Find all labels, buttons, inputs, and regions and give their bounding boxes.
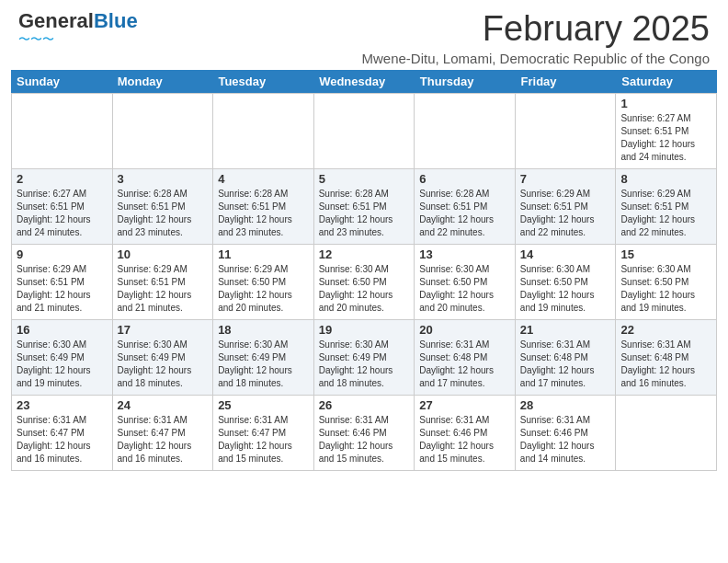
calendar-cell: 28Sunrise: 6:31 AM Sunset: 6:46 PM Dayli…	[516, 396, 617, 471]
calendar-day-header: Thursday	[415, 70, 516, 93]
logo-blue-text: Blue	[94, 9, 138, 32]
calendar-row: 23Sunrise: 6:31 AM Sunset: 6:47 PM Dayli…	[12, 396, 717, 471]
calendar-cell: 3Sunrise: 6:28 AM Sunset: 6:51 PM Daylig…	[113, 169, 214, 245]
day-info: Sunrise: 6:31 AM Sunset: 6:48 PM Dayligh…	[520, 339, 611, 390]
day-number: 8	[620, 172, 711, 186]
day-number: 13	[419, 247, 510, 261]
calendar-day-header: Saturday	[616, 70, 717, 93]
location: Mwene-Ditu, Lomami, Democratic Republic …	[362, 51, 711, 66]
calendar-cell: 18Sunrise: 6:30 AM Sunset: 6:49 PM Dayli…	[213, 320, 314, 396]
day-info: Sunrise: 6:28 AM Sunset: 6:51 PM Dayligh…	[118, 188, 209, 239]
day-info: Sunrise: 6:30 AM Sunset: 6:49 PM Dayligh…	[218, 339, 309, 390]
calendar-cell	[415, 94, 516, 169]
day-info: Sunrise: 6:29 AM Sunset: 6:51 PM Dayligh…	[620, 188, 711, 239]
day-info: Sunrise: 6:28 AM Sunset: 6:51 PM Dayligh…	[319, 188, 410, 239]
day-number: 12	[319, 247, 410, 261]
day-info: Sunrise: 6:30 AM Sunset: 6:50 PM Dayligh…	[620, 263, 711, 315]
day-info: Sunrise: 6:30 AM Sunset: 6:49 PM Dayligh…	[17, 339, 108, 390]
day-number: 5	[319, 172, 410, 186]
day-info: Sunrise: 6:29 AM Sunset: 6:51 PM Dayligh…	[520, 188, 611, 239]
day-info: Sunrise: 6:30 AM Sunset: 6:50 PM Dayligh…	[419, 263, 510, 315]
calendar-cell: 5Sunrise: 6:28 AM Sunset: 6:51 PM Daylig…	[314, 169, 415, 245]
calendar-cell: 27Sunrise: 6:31 AM Sunset: 6:46 PM Dayli…	[415, 396, 516, 471]
logo: GeneralBlue 〜〜〜	[18, 9, 138, 48]
calendar-row: 16Sunrise: 6:30 AM Sunset: 6:49 PM Dayli…	[12, 320, 717, 396]
calendar-row: 2Sunrise: 6:27 AM Sunset: 6:51 PM Daylig…	[12, 169, 717, 245]
calendar-cell	[113, 94, 214, 169]
calendar-cell: 10Sunrise: 6:29 AM Sunset: 6:51 PM Dayli…	[113, 245, 214, 320]
month-title: February 2025	[362, 9, 711, 49]
day-number: 1	[620, 97, 711, 110]
day-info: Sunrise: 6:31 AM Sunset: 6:46 PM Dayligh…	[520, 414, 611, 465]
day-number: 15	[620, 247, 711, 261]
day-info: Sunrise: 6:27 AM Sunset: 6:51 PM Dayligh…	[620, 112, 711, 164]
calendar-cell: 25Sunrise: 6:31 AM Sunset: 6:47 PM Dayli…	[213, 396, 314, 471]
calendar-cell	[314, 94, 415, 169]
calendar-cell: 2Sunrise: 6:27 AM Sunset: 6:51 PM Daylig…	[12, 169, 113, 245]
day-number: 3	[118, 172, 209, 186]
calendar-cell	[616, 396, 717, 471]
day-info: Sunrise: 6:27 AM Sunset: 6:51 PM Dayligh…	[17, 188, 108, 239]
day-number: 20	[419, 323, 510, 337]
day-number: 22	[620, 323, 711, 337]
day-info: Sunrise: 6:31 AM Sunset: 6:47 PM Dayligh…	[118, 414, 209, 465]
day-info: Sunrise: 6:28 AM Sunset: 6:51 PM Dayligh…	[419, 188, 510, 239]
calendar-cell: 14Sunrise: 6:30 AM Sunset: 6:50 PM Dayli…	[516, 245, 617, 320]
day-info: Sunrise: 6:30 AM Sunset: 6:49 PM Dayligh…	[118, 339, 209, 390]
day-number: 7	[520, 172, 611, 186]
calendar-cell: 12Sunrise: 6:30 AM Sunset: 6:50 PM Dayli…	[314, 245, 415, 320]
calendar-day-header: Friday	[516, 70, 617, 93]
title-block: February 2025 Mwene-Ditu, Lomami, Democr…	[362, 9, 711, 66]
calendar-cell	[12, 94, 113, 169]
day-number: 16	[17, 323, 108, 337]
calendar: SundayMondayTuesdayWednesdayThursdayFrid…	[11, 70, 717, 471]
calendar-cell: 15Sunrise: 6:30 AM Sunset: 6:50 PM Dayli…	[616, 245, 717, 320]
day-info: Sunrise: 6:31 AM Sunset: 6:46 PM Dayligh…	[419, 414, 510, 465]
day-info: Sunrise: 6:31 AM Sunset: 6:47 PM Dayligh…	[17, 414, 108, 465]
calendar-row: 9Sunrise: 6:29 AM Sunset: 6:51 PM Daylig…	[12, 245, 717, 320]
logo-wave-icon: 〜〜〜	[18, 31, 54, 48]
calendar-cell: 13Sunrise: 6:30 AM Sunset: 6:50 PM Dayli…	[415, 245, 516, 320]
day-number: 24	[118, 398, 209, 412]
calendar-cell: 7Sunrise: 6:29 AM Sunset: 6:51 PM Daylig…	[516, 169, 617, 245]
calendar-cell: 6Sunrise: 6:28 AM Sunset: 6:51 PM Daylig…	[415, 169, 516, 245]
day-number: 14	[520, 247, 611, 261]
calendar-cell: 24Sunrise: 6:31 AM Sunset: 6:47 PM Dayli…	[113, 396, 214, 471]
calendar-cell: 11Sunrise: 6:29 AM Sunset: 6:50 PM Dayli…	[213, 245, 314, 320]
calendar-cell: 19Sunrise: 6:30 AM Sunset: 6:49 PM Dayli…	[314, 320, 415, 396]
calendar-cell: 16Sunrise: 6:30 AM Sunset: 6:49 PM Dayli…	[12, 320, 113, 396]
logo-general-text: General	[18, 9, 94, 32]
day-number: 10	[118, 247, 209, 261]
calendar-cell: 4Sunrise: 6:28 AM Sunset: 6:51 PM Daylig…	[213, 169, 314, 245]
day-info: Sunrise: 6:29 AM Sunset: 6:51 PM Dayligh…	[118, 263, 209, 315]
calendar-row: 1Sunrise: 6:27 AM Sunset: 6:51 PM Daylig…	[12, 94, 717, 169]
day-info: Sunrise: 6:31 AM Sunset: 6:48 PM Dayligh…	[620, 339, 711, 390]
day-number: 19	[319, 323, 410, 337]
calendar-day-header: Monday	[112, 70, 213, 93]
day-number: 28	[520, 398, 611, 412]
calendar-cell: 21Sunrise: 6:31 AM Sunset: 6:48 PM Dayli…	[516, 320, 617, 396]
day-info: Sunrise: 6:31 AM Sunset: 6:46 PM Dayligh…	[319, 414, 410, 465]
page-header: GeneralBlue 〜〜〜 February 2025 Mwene-Ditu…	[0, 0, 728, 70]
calendar-cell: 20Sunrise: 6:31 AM Sunset: 6:48 PM Dayli…	[415, 320, 516, 396]
calendar-cell: 8Sunrise: 6:29 AM Sunset: 6:51 PM Daylig…	[616, 169, 717, 245]
calendar-cell	[213, 94, 314, 169]
day-number: 27	[419, 398, 510, 412]
day-number: 25	[218, 398, 309, 412]
calendar-cell	[516, 94, 617, 169]
day-info: Sunrise: 6:29 AM Sunset: 6:50 PM Dayligh…	[218, 263, 309, 315]
calendar-cell: 22Sunrise: 6:31 AM Sunset: 6:48 PM Dayli…	[616, 320, 717, 396]
day-number: 4	[218, 172, 309, 186]
day-number: 2	[17, 172, 108, 186]
day-number: 6	[419, 172, 510, 186]
day-number: 9	[17, 247, 108, 261]
calendar-body: 1Sunrise: 6:27 AM Sunset: 6:51 PM Daylig…	[11, 93, 717, 471]
calendar-cell: 26Sunrise: 6:31 AM Sunset: 6:46 PM Dayli…	[314, 396, 415, 471]
calendar-day-header: Wednesday	[313, 70, 415, 93]
calendar-day-header: Tuesday	[212, 70, 313, 93]
calendar-cell: 9Sunrise: 6:29 AM Sunset: 6:51 PM Daylig…	[12, 245, 113, 320]
day-number: 26	[319, 398, 410, 412]
day-number: 21	[520, 323, 611, 337]
calendar-cell: 1Sunrise: 6:27 AM Sunset: 6:51 PM Daylig…	[616, 94, 717, 169]
day-number: 17	[118, 323, 209, 337]
